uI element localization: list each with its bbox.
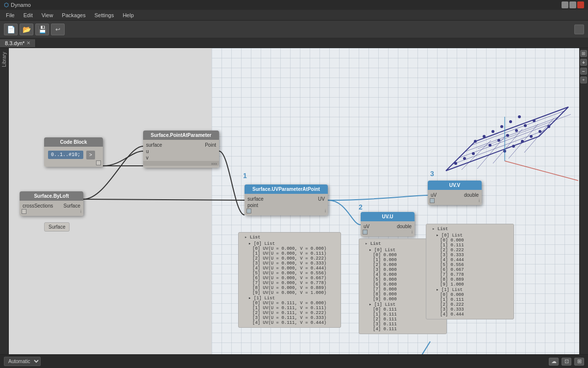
node-uvv-body: uV double i	[428, 190, 482, 205]
menu-edit[interactable]: Edit	[20, 11, 37, 19]
port-double-out2: double	[464, 192, 479, 198]
byloft-checkbox[interactable]	[22, 209, 26, 214]
open-button[interactable]: 📂	[20, 24, 33, 35]
node-uvu-body: uV double i	[361, 221, 415, 237]
app-title: Dynamo	[11, 2, 31, 8]
svg-marker-3	[446, 107, 568, 171]
svg-point-17	[500, 125, 503, 128]
port-uv-in: uV	[364, 224, 369, 229]
svg-point-22	[506, 134, 509, 137]
uvu-checkbox[interactable]	[363, 230, 368, 235]
output-uvparam-list0: ▸ [0] List	[241, 241, 339, 246]
toolbar: 📄 📂 💾 ↩	[0, 21, 588, 38]
uvparam-row1: surface UV	[245, 196, 328, 202]
svg-point-16	[491, 130, 494, 133]
uvparam-indicator: i	[325, 209, 326, 213]
right-panel: ⊞ + − +	[579, 48, 588, 368]
port-point-in: point	[247, 203, 258, 208]
menu-settings[interactable]: Settings	[91, 11, 118, 19]
svg-point-27	[512, 145, 515, 148]
svg-point-25	[533, 119, 536, 122]
app-icon: ⬡	[4, 2, 9, 8]
port-crosssections: crossSections	[23, 203, 53, 209]
undo-button[interactable]: ↩	[51, 24, 65, 35]
node-pointatparam[interactable]: Surface.PointAtParameter surface Point u…	[143, 131, 219, 168]
pointatparam-row1: surface Point	[143, 142, 219, 148]
tab-main[interactable]: 8.3.dyn* ✕	[0, 39, 36, 47]
run-mode-select[interactable]: Automatic Manual	[4, 357, 41, 366]
output-uvparam: ▸ List ▸ [0] List [0] UV(U = 0.000, V = …	[238, 232, 341, 328]
statusbar-right: ☁ ⊡ ⊞	[549, 358, 584, 366]
byloft-row: crossSections Surface	[20, 203, 83, 209]
node-uvv[interactable]: UV.V uV double i	[428, 181, 482, 205]
save-button[interactable]: 💾	[35, 24, 49, 35]
svg-point-24	[524, 124, 527, 127]
menu-file[interactable]: File	[2, 11, 19, 19]
svg-point-30	[539, 130, 541, 133]
svg-point-33	[463, 157, 466, 160]
library-label[interactable]: Library	[0, 50, 8, 69]
svg-point-19	[518, 115, 521, 118]
library-sidebar[interactable]: Library	[0, 48, 9, 368]
zoom-in-button[interactable]: +	[580, 59, 587, 66]
annotation-2: 2	[359, 203, 363, 211]
node-uvu-header: UV.U	[361, 212, 415, 221]
code-input[interactable]: 0..1..#10;	[48, 151, 83, 159]
port-uv-out: UV	[318, 196, 325, 202]
menubar: File Edit View Packages Settings Help	[0, 10, 588, 21]
tab-name: 8.3.dyn*	[5, 40, 24, 46]
uvv-row: uV double	[428, 192, 482, 198]
pointatparam-row2: u	[143, 148, 219, 155]
tab-close-icon[interactable]: ✕	[26, 40, 30, 46]
titlebar-left: ⬡ Dynamo	[4, 2, 31, 8]
output-uvv: ▸ List ▸ [0] List [0] 0.000 [1] 0.111 [2…	[426, 224, 514, 319]
output-uvparam-title: ▸ List	[241, 235, 339, 240]
uvparam-checkbox[interactable]	[246, 209, 251, 213]
zoom-fit-button[interactable]: ⊞	[580, 50, 587, 57]
close-button[interactable]	[577, 1, 584, 8]
cloud-icon[interactable]: ☁	[549, 358, 559, 366]
code-block-checkbox[interactable]	[96, 160, 101, 165]
statusbar-left: Automatic Manual	[4, 357, 41, 366]
node-uvparam-header: Surface.UVParameterAtPoint	[245, 184, 328, 194]
titlebar-controls	[562, 1, 584, 8]
output-uvv-title: ▸ List	[428, 226, 512, 232]
surface-label[interactable]: Surface	[44, 222, 70, 232]
canvas[interactable]: Code Block 0..1..#10; > Surface.B	[9, 48, 588, 368]
uvv-checkbox[interactable]	[430, 198, 435, 203]
menu-packages[interactable]: Packages	[58, 11, 89, 19]
maximize-button[interactable]	[569, 1, 576, 8]
new-button[interactable]: 📄	[4, 24, 18, 35]
node-uvv-header: UV.V	[428, 181, 482, 190]
zoom-out-button[interactable]: −	[580, 68, 587, 75]
node-uvu[interactable]: UV.U uV double i	[361, 212, 415, 237]
port-point-out: Point	[205, 142, 216, 148]
tabbar: 8.3.dyn* ✕	[0, 38, 588, 48]
port-uv-in2: uV	[431, 192, 437, 198]
svg-line-35	[505, 161, 578, 181]
titlebar: ⬡ Dynamo	[0, 0, 588, 10]
menu-view[interactable]: View	[38, 11, 57, 19]
port-double-out: double	[397, 224, 412, 229]
menu-help[interactable]: Help	[119, 11, 138, 19]
settings-panel-button[interactable]: +	[580, 77, 587, 83]
svg-point-18	[509, 120, 512, 123]
svg-line-13	[524, 118, 554, 153]
code-run-btn[interactable]: >	[86, 151, 95, 159]
node-uvparam[interactable]: Surface.UVParameterAtPoint surface UV po…	[245, 184, 328, 215]
settings-icon[interactable]	[574, 25, 584, 34]
uvu-indicator: i	[412, 230, 413, 235]
node-byloft[interactable]: Surface.ByLoft crossSections Surface i	[20, 191, 83, 216]
pointatparam-row3: v	[143, 155, 219, 161]
svg-point-15	[483, 135, 486, 138]
view-icon[interactable]: ⊞	[574, 358, 584, 366]
layout-icon[interactable]: ⊡	[562, 358, 571, 366]
svg-point-14	[474, 140, 477, 143]
svg-point-28	[521, 140, 524, 143]
svg-point-32	[454, 162, 457, 165]
minimize-button[interactable]	[562, 1, 568, 8]
node-codeblock[interactable]: Code Block 0..1..#10; >	[44, 137, 103, 167]
svg-point-31	[547, 125, 550, 128]
node-uvparam-body: surface UV point i	[245, 194, 328, 215]
uvu-row: uV double	[361, 223, 415, 230]
